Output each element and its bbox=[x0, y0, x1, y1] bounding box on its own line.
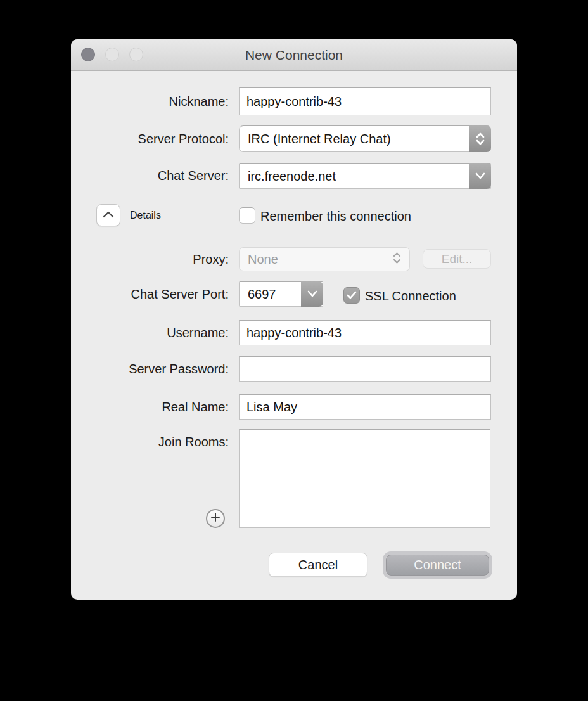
proxy-value: None bbox=[248, 252, 278, 267]
cancel-button[interactable]: Cancel bbox=[269, 553, 368, 577]
nickname-label: Nickname: bbox=[71, 94, 229, 109]
stepper-chevrons-icon bbox=[469, 125, 491, 152]
chevron-down-icon[interactable] bbox=[301, 281, 323, 307]
remember-connection-label: Remember this connection bbox=[260, 209, 411, 224]
chat-server-port-label: Chat Server Port: bbox=[71, 287, 229, 302]
server-protocol-label: Server Protocol: bbox=[71, 132, 229, 146]
server-protocol-select[interactable]: IRC (Internet Relay Chat) bbox=[239, 125, 491, 152]
server-password-label: Server Password: bbox=[71, 362, 229, 376]
real-name-input[interactable] bbox=[239, 394, 491, 420]
add-room-button[interactable] bbox=[206, 509, 225, 528]
join-rooms-textarea[interactable] bbox=[239, 429, 490, 528]
new-connection-dialog: New Connection Nickname: Server Protocol… bbox=[71, 39, 517, 600]
remember-connection-checkbox[interactable] bbox=[239, 207, 255, 224]
ssl-connection-label: SSL Connection bbox=[365, 289, 456, 304]
title-bar: New Connection bbox=[71, 39, 517, 71]
chevron-up-icon bbox=[102, 210, 115, 221]
chat-server-label: Chat Server: bbox=[71, 169, 229, 183]
check-icon bbox=[347, 291, 357, 300]
stepper-chevrons-icon bbox=[392, 251, 402, 267]
real-name-label: Real Name: bbox=[71, 400, 229, 415]
proxy-label: Proxy: bbox=[71, 252, 229, 267]
join-rooms-label: Join Rooms: bbox=[71, 435, 229, 449]
chevron-down-icon[interactable] bbox=[469, 163, 491, 189]
ssl-connection-checkbox[interactable] bbox=[343, 287, 360, 304]
chat-server-port-combobox[interactable]: 6697 bbox=[239, 281, 323, 307]
details-label: Details bbox=[130, 210, 161, 221]
server-password-input[interactable] bbox=[239, 356, 491, 382]
plus-icon bbox=[210, 512, 220, 525]
proxy-select: None bbox=[239, 247, 410, 271]
proxy-edit-button: Edit... bbox=[423, 249, 491, 269]
server-protocol-value: IRC (Internet Relay Chat) bbox=[248, 132, 391, 146]
username-label: Username: bbox=[71, 326, 229, 340]
chat-server-combobox[interactable]: irc.freenode.net bbox=[239, 163, 491, 189]
connect-button[interactable]: Connect bbox=[386, 555, 489, 576]
window-title: New Connection bbox=[71, 39, 517, 71]
chat-server-port-value: 6697 bbox=[248, 287, 276, 302]
nickname-input[interactable] bbox=[239, 87, 491, 115]
details-disclosure-button[interactable] bbox=[96, 204, 120, 226]
chat-server-value: irc.freenode.net bbox=[248, 169, 336, 183]
username-input[interactable] bbox=[239, 320, 491, 345]
